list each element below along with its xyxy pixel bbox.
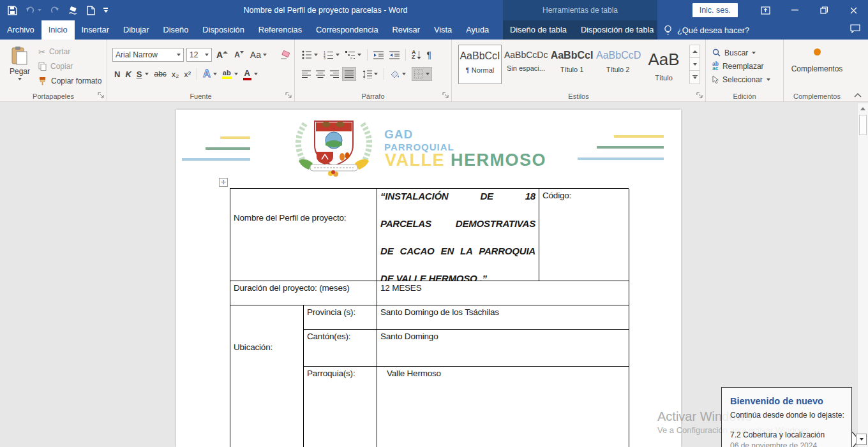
text-effects-button[interactable]: A [201,67,219,81]
sign-in-button[interactable]: Inic. ses. [692,3,738,17]
clear-formatting-button[interactable] [278,48,293,62]
font-name-combo[interactable]: Arial Narrow [112,48,184,62]
strikethrough-button[interactable]: abc [152,67,168,81]
tab-disposicion[interactable]: Disposición [195,20,251,40]
shrink-font-button[interactable]: A [232,48,246,62]
cell-canton-label[interactable]: Cantón(es): [304,330,377,367]
restore-icon[interactable] [809,0,839,20]
scroll-up-icon[interactable] [858,103,868,114]
cell-province-value[interactable]: Santo Domingo de los Tsáchilas [377,305,629,330]
replace-button[interactable]: ab ac Reemplazar [706,59,783,73]
cell-province-label[interactable]: Provincia (s): [304,305,377,330]
cell-parish-label[interactable]: Parroquia(s): [304,367,377,447]
find-button[interactable]: Buscar [706,46,783,59]
paste-dropdown-icon[interactable] [18,78,22,80]
style-normal[interactable]: AaBbCcI ¶ Normal [458,45,502,84]
popup-resume-link[interactable]: 7.2 Cobertura y localización [730,430,844,439]
table-move-handle[interactable]: ✛ [219,178,228,187]
new-document-icon[interactable] [87,6,95,15]
underline-button[interactable]: S [135,67,151,81]
ribbon-display-options-icon[interactable] [751,0,780,20]
estilos-dialog-launcher-icon[interactable] [696,92,703,99]
cell-location-label[interactable]: Ubicación: [230,305,304,447]
italic-button[interactable]: K [123,67,133,81]
style-titulo-2[interactable]: AaBbCcD Título 2 [596,45,640,84]
scroll-thumb[interactable] [859,115,867,135]
show-marks-button[interactable]: ¶ [425,48,434,62]
numbering-button[interactable]: 123 [322,48,341,62]
tab-insertar[interactable]: Insertar [75,20,116,40]
close-icon[interactable] [839,0,868,20]
eraser-icon[interactable] [68,6,79,15]
tab-inicio[interactable]: Inicio [41,20,75,40]
collapse-ribbon-icon[interactable] [854,93,862,98]
tab-ayuda[interactable]: Ayuda [459,20,496,40]
cell-project-title[interactable]: “INSTALACIÓN DE 18 PARCELAS DEMOSTRATIVA… [377,189,539,281]
tab-disposicion-de-tabla[interactable]: Disposición de tabla [574,20,661,40]
feedback-icon[interactable] [850,24,860,33]
subscript-button[interactable]: x₂ [170,67,181,81]
vertical-scrollbar[interactable] [857,103,868,447]
tab-vista[interactable]: Vista [427,20,459,40]
align-center-button[interactable] [314,67,327,81]
cell-code[interactable]: Código: [539,189,629,281]
tab-archivo[interactable]: Archivo [0,20,41,40]
decrease-indent-button[interactable] [371,48,385,62]
save-icon[interactable] [8,6,17,15]
bullets-button[interactable] [300,48,320,62]
grow-font-button[interactable]: A [214,48,230,62]
style-titulo-1[interactable]: AaBbCcI Título 1 [550,45,594,84]
document-page[interactable]: GAD PARROQUIAL VALLE HERMOSO ✛ Nombre de… [176,110,681,447]
redo-icon [50,6,59,15]
tab-diseno-de-tabla[interactable]: Diseño de tabla [503,20,574,40]
styles-scroll-down-icon[interactable] [690,58,700,71]
multilevel-list-button[interactable] [343,48,363,62]
paste-button[interactable]: Pegar [5,43,34,93]
align-left-button[interactable] [300,67,313,81]
cell-parish-value[interactable]: Valle Hermoso [377,367,629,447]
shading-button[interactable] [388,67,408,81]
portapapeles-dialog-launcher-icon[interactable] [98,92,105,99]
select-button[interactable]: Seleccionar [706,73,783,86]
cell-duration-label[interactable]: Duración del proyecto: (meses) [230,281,377,305]
increase-indent-button[interactable] [387,48,401,62]
minimize-icon[interactable] [780,0,809,20]
tab-diseno[interactable]: Diseño [156,20,195,40]
highlight-button[interactable]: ab [220,67,240,81]
sort-button[interactable]: A Z [410,48,423,62]
undo-icon [26,6,41,15]
style-titulo[interactable]: AaB Título [642,45,685,84]
welcome-back-popup[interactable]: Bienvenido de nuevo Continúa desde donde… [721,387,852,447]
customize-qat-icon[interactable] [103,8,108,13]
justify-button[interactable] [342,67,356,81]
parrafo-dialog-launcher-icon[interactable] [442,92,449,99]
font-size-combo[interactable]: 12 [186,48,212,62]
style-sample: AaBbCcI [550,50,594,61]
tab-correspondencia[interactable]: Correspondencia [309,20,385,40]
line-spacing-button[interactable] [361,67,380,81]
styles-gallery-more-icon[interactable] [690,71,700,84]
bold-button[interactable]: N [112,67,122,81]
borders-button[interactable] [412,67,432,81]
format-painter-button[interactable]: Copiar formato [38,74,106,88]
align-right-button[interactable] [328,67,341,81]
change-case-button[interactable]: Aa [248,48,269,62]
styles-scroll-up-icon[interactable] [690,45,700,58]
style-sin-espaciado[interactable]: AaBbCcDc Sin espaci... [504,45,548,84]
cell-canton-value[interactable]: Santo Domingo [377,330,629,367]
superscript-button[interactable]: x² [182,67,193,81]
next-page-icon[interactable] [856,434,867,445]
cell-project-name-label[interactable]: Nombre del Perfil de proyecto: [230,189,377,281]
tab-revisar[interactable]: Revisar [385,20,427,40]
multilevel-list-icon [345,50,355,59]
fuente-dialog-launcher-icon[interactable] [285,92,292,99]
tab-dibujar[interactable]: Dibujar [116,20,156,40]
tell-me-box[interactable]: ¿Qué desea hacer? [664,20,749,40]
addins-button[interactable]: Complementos [784,48,850,73]
cell-duration-value[interactable]: 12 MESES [377,281,629,305]
italic-label: K [125,70,131,79]
tab-referencias[interactable]: Referencias [251,20,309,40]
select-label: Seleccionar [722,75,763,84]
project-table[interactable]: Nombre del Perfil de proyecto: “INSTALAC… [230,188,629,447]
font-color-button[interactable]: A [241,67,260,81]
